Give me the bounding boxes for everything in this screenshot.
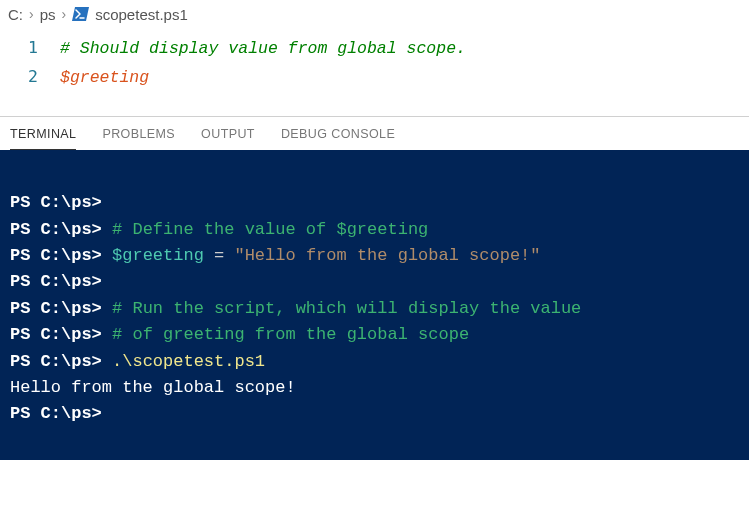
terminal-line: Hello from the global scope! <box>10 378 296 397</box>
code-content[interactable]: $greeting <box>60 64 149 92</box>
terminal-line: PS C:\ps> <box>10 404 102 423</box>
breadcrumb-part[interactable]: C: <box>8 6 23 23</box>
terminal-line: PS C:\ps> .\scopetest.ps1 <box>10 352 265 371</box>
terminal-line: PS C:\ps> # Run the script, which will d… <box>10 299 581 318</box>
tab-problems[interactable]: PROBLEMS <box>102 127 175 150</box>
tab-terminal[interactable]: TERMINAL <box>10 127 76 150</box>
terminal-line: PS C:\ps> $greeting = "Hello from the gl… <box>10 246 541 265</box>
terminal-line: PS C:\ps> # of greeting from the global … <box>10 325 469 344</box>
breadcrumb: C: › ps › scopetest.ps1 <box>0 0 749 28</box>
terminal-line: PS C:\ps> # Define the value of $greetin… <box>10 220 428 239</box>
terminal-line: PS C:\ps> <box>10 193 102 212</box>
breadcrumb-filename[interactable]: scopetest.ps1 <box>95 6 188 23</box>
code-content[interactable]: # Should display value from global scope… <box>60 35 466 63</box>
tab-output[interactable]: OUTPUT <box>201 127 255 150</box>
chevron-right-icon: › <box>29 6 34 22</box>
line-number: 1 <box>0 34 60 62</box>
code-editor[interactable]: 1# Should display value from global scop… <box>0 28 749 110</box>
line-number: 2 <box>0 63 60 91</box>
breadcrumb-part[interactable]: ps <box>40 6 56 23</box>
editor-line[interactable]: 1# Should display value from global scop… <box>0 34 749 63</box>
chevron-right-icon: › <box>62 6 67 22</box>
terminal-line: PS C:\ps> <box>10 272 102 291</box>
panel-tabs: TERMINALPROBLEMSOUTPUTDEBUG CONSOLE <box>0 117 749 150</box>
tab-debug-console[interactable]: DEBUG CONSOLE <box>281 127 395 150</box>
editor-line[interactable]: 2$greeting <box>0 63 749 92</box>
powershell-icon <box>72 7 89 21</box>
terminal[interactable]: PS C:\ps> PS C:\ps> # Define the value o… <box>0 150 749 460</box>
